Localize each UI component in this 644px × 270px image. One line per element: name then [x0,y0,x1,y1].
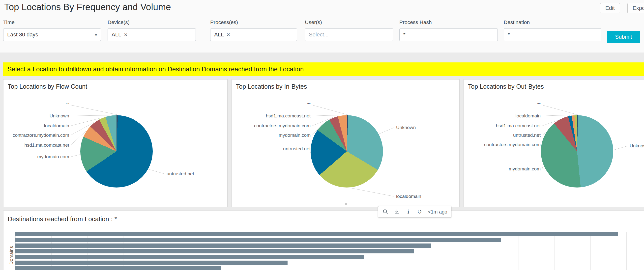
filter-destination-label: Destination [504,19,601,25]
bar[interactable] [15,238,501,242]
download-icon[interactable] [394,209,400,215]
pie-slice-label: contractors.mydomain.com [464,142,541,147]
filter-processes: Process(es) ALL × [210,19,297,41]
pie-slice-label: mydomain.com [464,166,541,172]
process-hash-value: * [403,31,406,38]
pie-slice-label: contractors.mydomain.com [4,133,69,138]
carousel-dot [345,203,347,205]
pie-slice-label: localdomain [396,194,421,199]
export-button[interactable]: Export [628,3,644,13]
filter-process-hash: Process Hash * [399,19,498,41]
pie-slice-label: localdomain [464,113,541,119]
panel-out-bytes: Top Locations by Out-Bytes ""localdomain… [464,79,644,207]
bar-chart [15,232,641,270]
time-range-dropdown[interactable]: Last 30 days ▾ [3,28,101,41]
chart-toolbar: i ↺ <1m ago [378,206,452,218]
pie-slice-label: Unknown [630,143,644,149]
out-bytes-pie-chart[interactable] [541,115,613,188]
panel-flow-count: Top Locations by Flow Count ""Unknownloc… [3,79,228,207]
bar[interactable] [15,266,221,270]
pie-slice-label: localdomain [4,123,69,129]
submit-button[interactable]: Submit [607,31,640,43]
filter-devices: Device(s) ALL × [108,19,196,41]
bar[interactable] [15,232,618,236]
pie-slice-label: Unknown [4,113,69,119]
filter-time: Time Last 30 days ▾ [3,19,101,41]
pie-slice-label: mydomain.com [4,154,69,160]
filter-time-label: Time [3,19,101,25]
users-multiselect[interactable]: Select... [305,28,393,41]
bar[interactable] [15,261,288,265]
destination-value: * [508,31,510,38]
filter-process-hash-label: Process Hash [399,19,498,25]
panel-destinations: Destinations reached from Location : * D… [3,211,644,270]
panel-in-bytes: Top Locations by In-Bytes ""hsd1.ma.comc… [232,79,460,207]
destinations-title: Destinations reached from Location : * [8,215,117,223]
pie-slice-label: hsd1.ma.comcast.net [464,123,541,129]
pie-slice-label: untrusted.net [166,171,194,177]
chevron-down-icon: ▾ [95,32,97,38]
panel-flow-count-title: Top Locations by Flow Count [8,83,87,90]
filter-users: User(s) Select... [305,19,393,41]
flow-count-pie-chart[interactable] [80,115,153,188]
filter-users-label: User(s) [305,19,393,25]
destination-input[interactable]: * [504,28,601,41]
pie-slice-label: "" [4,102,69,108]
panel-in-bytes-title: Top Locations by In-Bytes [236,83,307,90]
pie-slice-label: hsd1.ma.comcast.net [4,142,69,148]
remove-token-icon[interactable]: × [226,32,230,38]
page-title: Top Locations By Frequency and Volume [4,2,171,12]
pie-slice-label: mydomain.com [232,133,310,138]
pie-slice-label: untrusted.net [464,133,541,138]
panel-out-bytes-title: Top Locations by Out-Bytes [468,83,544,90]
pie-slice-label: contractors.mydomain.com [232,123,310,129]
pie-slice-label: "" [464,102,541,108]
pie-slice-label: "" [232,102,310,108]
bar[interactable] [15,249,414,254]
bar[interactable] [15,244,431,248]
users-placeholder: Select... [309,31,328,38]
info-icon[interactable]: i [405,209,412,215]
bar[interactable] [15,255,364,259]
domains-axis-label: Domains [9,244,15,267]
pie-slice-label: Unknown [396,125,416,130]
in-bytes-pie-chart[interactable] [310,115,383,188]
drilldown-banner-text: Select a Location to drilldown and obtai… [8,65,304,73]
dashboard: Top Locations By Frequency and Volume Ed… [0,0,644,270]
pie-slice-label: hsd1.ma.comcast.net [232,113,310,119]
remove-token-icon[interactable]: × [124,32,128,38]
refresh-age: <1m ago [428,209,447,215]
filter-destination: Destination * [504,19,601,41]
header: Top Locations By Frequency and Volume Ed… [0,0,644,52]
time-range-value: Last 30 days [7,31,38,38]
filter-devices-label: Device(s) [108,19,196,25]
process-hash-input[interactable]: * [399,28,498,41]
devices-multiselect[interactable]: ALL × [108,28,196,41]
pie-slice-label: untrusted.net [232,146,310,152]
processes-multiselect[interactable]: ALL × [210,28,297,41]
drilldown-banner: Select a Location to drilldown and obtai… [3,62,644,76]
devices-token-value: ALL [112,31,121,38]
filter-processes-label: Process(es) [210,19,297,25]
magnifier-icon[interactable] [382,209,389,215]
refresh-icon[interactable]: ↺ [416,209,423,215]
processes-token-value: ALL [214,31,224,38]
edit-button[interactable]: Edit [600,3,620,13]
